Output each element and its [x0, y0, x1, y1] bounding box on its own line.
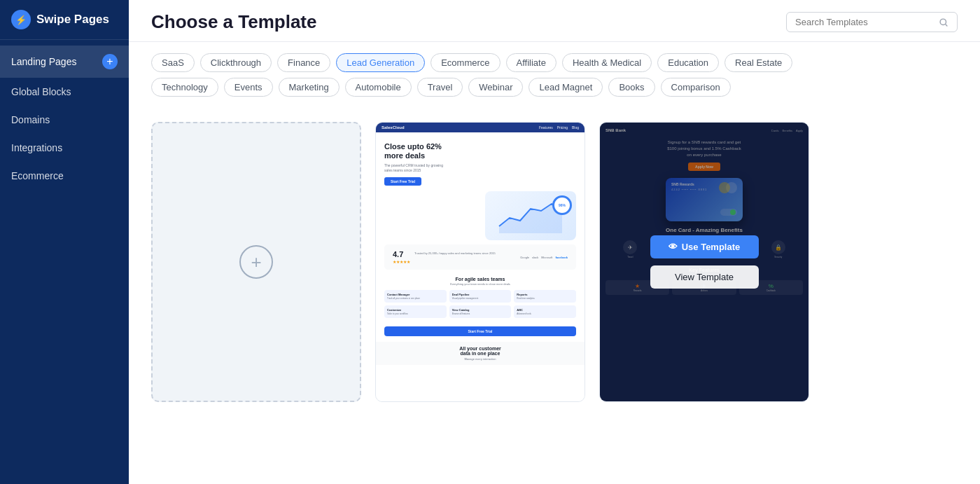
page-header: Choose a Template [129, 0, 980, 42]
filter-row-2: Technology Events Marketing Automobile T… [151, 78, 958, 97]
blank-template-card[interactable]: + [151, 122, 361, 402]
add-landing-page-button[interactable]: + [102, 54, 118, 69]
sidebar-item-domains[interactable]: Domains [0, 106, 129, 134]
main-content: Choose a Template SaaS Clickthrough Fina… [129, 0, 980, 484]
filter-lead-magnet[interactable]: Lead Magnet [528, 78, 603, 97]
sidebar-item-landing-pages[interactable]: Landing Pages + [0, 46, 129, 78]
filter-affiliate[interactable]: Affiliate [506, 53, 556, 72]
template-card-rewards[interactable]: SNB Bank CardsBenefitsApply Signup for a… [599, 122, 809, 402]
filter-finance[interactable]: Finance [277, 53, 330, 72]
sidebar-item-label: Landing Pages [11, 56, 76, 67]
sidebar-item-label: Global Blocks [11, 86, 71, 97]
svg-point-0 [940, 19, 946, 25]
sidebar-item-label: Ecommerce [11, 170, 64, 181]
filter-travel[interactable]: Travel [417, 78, 463, 97]
sidebar-item-integrations[interactable]: Integrations [0, 134, 129, 162]
sidebar: ⚡ Swipe Pages Landing Pages + Global Blo… [0, 0, 129, 484]
eye-icon: 👁 [668, 242, 678, 252]
logo-icon: ⚡ [11, 10, 31, 29]
app-name: Swipe Pages [36, 13, 109, 27]
template-overlay-rewards: 👁 Use Template View Template [600, 123, 808, 401]
sidebar-item-label: Domains [11, 114, 50, 125]
filter-real-estate[interactable]: Real Estate [724, 53, 792, 72]
search-box[interactable] [786, 12, 958, 32]
filter-section: SaaS Clickthrough Finance Lead Generatio… [129, 42, 980, 108]
filter-lead-generation[interactable]: Lead Generation [336, 53, 425, 72]
search-icon [939, 18, 948, 27]
sidebar-nav: Landing Pages + Global Blocks Domains In… [0, 40, 129, 484]
filter-books[interactable]: Books [608, 78, 654, 97]
filter-health-medical[interactable]: Health & Medical [562, 53, 652, 72]
filter-comparison[interactable]: Comparison [661, 78, 731, 97]
app-logo[interactable]: ⚡ Swipe Pages [0, 0, 129, 40]
page-title: Choose a Template [151, 11, 316, 33]
filter-row-1: SaaS Clickthrough Finance Lead Generatio… [151, 53, 958, 72]
filter-ecommerce[interactable]: Ecommerce [430, 53, 500, 72]
filter-clickthrough[interactable]: Clickthrough [200, 53, 272, 72]
use-template-button[interactable]: 👁 Use Template [650, 235, 759, 258]
sidebar-item-label: Integrations [11, 142, 62, 153]
sidebar-item-global-blocks[interactable]: Global Blocks [0, 78, 129, 106]
filter-webinar[interactable]: Webinar [468, 78, 523, 97]
template-grid: + SalesCloud FeaturesPricingBlog Close u [129, 108, 980, 484]
filter-education[interactable]: Education [657, 53, 719, 72]
add-template-icon: + [239, 245, 273, 279]
filter-events[interactable]: Events [224, 78, 273, 97]
template-preview-sales: SalesCloud FeaturesPricingBlog Close upt… [376, 123, 584, 401]
template-card-sales-crm[interactable]: SalesCloud FeaturesPricingBlog Close upt… [375, 122, 585, 402]
sidebar-item-ecommerce[interactable]: Ecommerce [0, 162, 129, 190]
search-input[interactable] [795, 17, 933, 27]
view-template-button[interactable]: View Template [650, 265, 759, 289]
filter-saas[interactable]: SaaS [151, 53, 195, 72]
filter-technology[interactable]: Technology [151, 78, 218, 97]
filter-automobile[interactable]: Automobile [345, 78, 412, 97]
filter-marketing[interactable]: Marketing [279, 78, 340, 97]
